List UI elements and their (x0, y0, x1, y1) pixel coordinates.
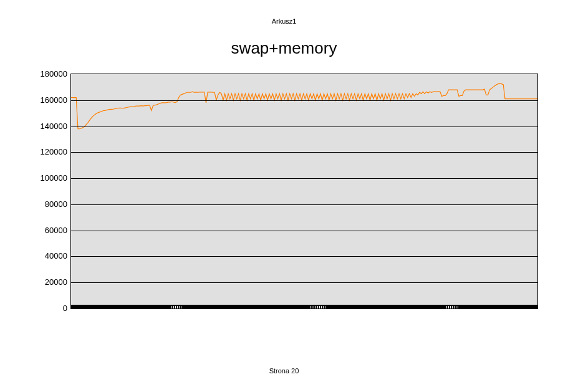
y-tick-label: 80000 (24, 199, 67, 208)
x-tick (175, 306, 176, 308)
data-series (71, 74, 537, 308)
x-tick (319, 306, 320, 308)
grid-line (71, 152, 537, 153)
grid-line (71, 204, 537, 205)
x-tick (179, 306, 180, 308)
y-tick-label: 160000 (24, 95, 67, 104)
x-tick (325, 306, 325, 308)
grid-line (71, 178, 537, 179)
x-tick (450, 306, 451, 308)
y-tick-label: 140000 (24, 121, 67, 130)
page-number: Strona 20 (0, 367, 568, 375)
x-tick (173, 306, 174, 308)
y-tick-label: 20000 (24, 277, 67, 287)
y-tick-label: 120000 (24, 147, 67, 156)
y-tick-label: 180000 (24, 69, 67, 79)
x-tick (452, 306, 453, 308)
y-tick-label: 100000 (24, 173, 67, 183)
grid-line (71, 127, 537, 127)
x-tick (315, 306, 316, 308)
grid-line (71, 231, 537, 231)
x-tick (171, 306, 172, 308)
grid-line (71, 100, 537, 101)
grid-line (71, 256, 537, 257)
x-tick (310, 306, 310, 308)
series-path (71, 84, 537, 129)
x-tick (323, 306, 324, 308)
y-tick-label: 60000 (24, 225, 67, 234)
x-tick (317, 306, 318, 308)
x-tick (177, 306, 178, 308)
y-tick-label: 0 (24, 304, 67, 313)
sheet-name: Arkusz1 (0, 17, 568, 25)
x-tick (314, 306, 314, 308)
x-axis (71, 305, 537, 308)
x-tick (446, 306, 447, 308)
x-tick (181, 306, 181, 308)
x-tick (456, 306, 456, 308)
x-tick (321, 306, 322, 308)
chart-title: swap+memory (0, 39, 568, 58)
plot-area (70, 74, 538, 309)
x-tick (454, 306, 455, 308)
chart-container: 0200004000060000800001000001200001400001… (19, 70, 549, 319)
grid-line (71, 282, 537, 283)
x-tick (448, 306, 449, 308)
x-tick (312, 306, 312, 308)
y-tick-label: 40000 (24, 251, 67, 261)
x-tick (458, 306, 458, 308)
